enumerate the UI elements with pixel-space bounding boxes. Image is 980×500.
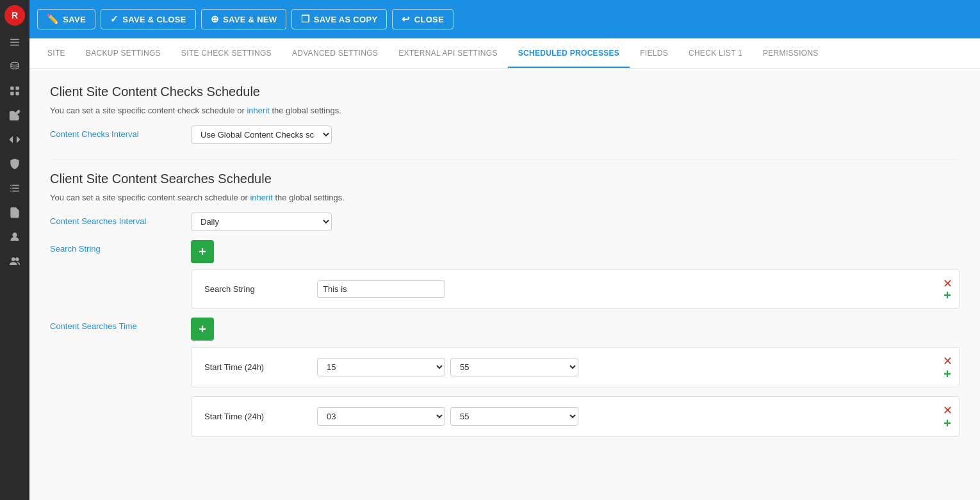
tab-check-list-1[interactable]: CHECK LIST 1 bbox=[678, 40, 753, 68]
searches-inherit-link[interactable]: inherit bbox=[250, 193, 272, 202]
checks-interval-control: Use Global Content Checks scher Daily We… bbox=[191, 125, 960, 144]
app-logo: R bbox=[4, 5, 25, 26]
save-button[interactable]: ✏️ SAVE bbox=[37, 9, 95, 29]
add-search-string-row-button[interactable]: + bbox=[943, 288, 951, 303]
add-time-button[interactable]: + bbox=[191, 318, 214, 341]
checks-interval-label: Content Checks Interval bbox=[50, 125, 178, 139]
searches-time-control: + ✕ Start Time (24h) 00010203 04050607 0… bbox=[191, 318, 960, 437]
time-card-1: ✕ Start Time (24h) 00010203 04050607 080… bbox=[191, 347, 960, 387]
svg-rect-13 bbox=[12, 191, 19, 192]
searches-section-title: Client Site Content Searches Schedule bbox=[50, 172, 960, 186]
time-card-2-row: Start Time (24h) 000102 03 04050607 0809… bbox=[204, 407, 946, 426]
time-card-2: ✕ Start Time (24h) 000102 03 04050607 08… bbox=[191, 396, 960, 437]
sidebar-icon-menu[interactable] bbox=[4, 32, 25, 52]
svg-rect-8 bbox=[10, 185, 12, 186]
tab-scheduled-processes[interactable]: SCHEDULED PROCESSES bbox=[508, 40, 630, 68]
remove-time-2-button[interactable]: ✕ bbox=[943, 403, 952, 417]
start-time-1-label: Start Time (24h) bbox=[204, 362, 307, 372]
svg-point-14 bbox=[13, 233, 17, 237]
add-time-row-2-button[interactable]: + bbox=[943, 416, 951, 431]
svg-rect-12 bbox=[10, 191, 12, 192]
close-button[interactable]: ↩ CLOSE bbox=[392, 9, 453, 29]
search-string-card-row: Search String bbox=[204, 280, 946, 298]
plus-circle-icon: ⊕ bbox=[211, 13, 219, 25]
time-2-minute-select[interactable]: 00051015 20253035 404550 55 bbox=[450, 407, 578, 426]
searches-interval-control: Use Global Content Searches scher Daily … bbox=[191, 213, 960, 231]
svg-rect-11 bbox=[12, 188, 19, 189]
search-string-input[interactable] bbox=[317, 280, 445, 298]
searches-time-label: Content Searches Time bbox=[50, 318, 178, 331]
svg-rect-1 bbox=[10, 42, 19, 43]
sidebar-icon-users[interactable] bbox=[4, 251, 25, 271]
save-copy-button[interactable]: ❐ SAVE AS COPY bbox=[291, 9, 387, 29]
content-area: Client Site Content Checks Schedule You … bbox=[29, 69, 980, 500]
tab-bar: SITE BACKUP SETTINGS SITE CHECK SETTINGS… bbox=[29, 38, 980, 69]
svg-point-15 bbox=[12, 258, 15, 261]
sidebar-icon-list[interactable] bbox=[4, 178, 25, 198]
tab-site-check-settings[interactable]: SITE CHECK SETTINGS bbox=[171, 40, 282, 68]
time-card-1-row: Start Time (24h) 00010203 04050607 08091… bbox=[204, 358, 946, 376]
svg-point-16 bbox=[16, 258, 19, 261]
searches-interval-label: Content Searches Interval bbox=[50, 213, 178, 226]
toolbar: ✏️ SAVE ✓ SAVE & CLOSE ⊕ SAVE & NEW ❐ SA… bbox=[29, 0, 980, 38]
section-divider-1 bbox=[50, 159, 960, 160]
searches-section-desc: You can set a site specific content sear… bbox=[50, 193, 960, 202]
searches-interval-select[interactable]: Use Global Content Searches scher Daily … bbox=[191, 213, 332, 231]
sidebar-icon-shield[interactable] bbox=[4, 154, 25, 174]
svg-point-3 bbox=[11, 62, 19, 65]
check-icon: ✓ bbox=[110, 13, 118, 25]
tab-advanced-settings[interactable]: ADVANCED SETTINGS bbox=[282, 40, 388, 68]
time-2-hour-select[interactable]: 000102 03 04050607 08091011 12131415 161… bbox=[317, 407, 445, 426]
time-1-minute-select[interactable]: 00051015 20253035 404550 55 bbox=[450, 358, 578, 376]
save-new-button[interactable]: ⊕ SAVE & NEW bbox=[201, 9, 287, 29]
time-1-selects: 00010203 04050607 08091011 121314 15 161… bbox=[317, 358, 578, 376]
copy-icon: ❐ bbox=[301, 13, 309, 25]
main-area: ✏️ SAVE ✓ SAVE & CLOSE ⊕ SAVE & NEW ❐ SA… bbox=[29, 0, 980, 500]
svg-rect-2 bbox=[10, 45, 19, 46]
search-string-card-label: Search String bbox=[204, 284, 307, 294]
svg-rect-4 bbox=[10, 86, 13, 90]
sidebar-icon-user[interactable] bbox=[4, 227, 25, 247]
search-string-control: + ✕ Search String + bbox=[191, 240, 960, 309]
add-search-string-button[interactable]: + bbox=[191, 240, 214, 263]
svg-rect-0 bbox=[10, 39, 19, 40]
svg-rect-10 bbox=[10, 188, 12, 189]
add-time-row-1-button[interactable]: + bbox=[943, 367, 951, 382]
svg-rect-5 bbox=[16, 86, 19, 90]
sidebar-icon-grid[interactable] bbox=[4, 81, 25, 101]
svg-rect-9 bbox=[12, 185, 19, 186]
save-icon: ✏️ bbox=[47, 13, 59, 25]
checks-section-desc: You can set a site specific content chec… bbox=[50, 106, 960, 115]
remove-time-1-button[interactable]: ✕ bbox=[943, 354, 952, 368]
tab-external-api-settings[interactable]: EXTERNAL API SETTINGS bbox=[388, 40, 508, 68]
close-icon: ↩ bbox=[402, 13, 410, 25]
sidebar-icon-doc[interactable] bbox=[4, 202, 25, 223]
checks-section-title: Client Site Content Checks Schedule bbox=[50, 85, 960, 99]
sidebar-icon-code[interactable] bbox=[4, 129, 25, 150]
tab-fields[interactable]: FIELDS bbox=[630, 40, 678, 68]
svg-rect-7 bbox=[16, 92, 19, 95]
searches-time-row: Content Searches Time + ✕ Start Time (24… bbox=[50, 318, 960, 437]
search-string-card: ✕ Search String + bbox=[191, 270, 960, 309]
search-string-row: Search String + ✕ Search String + bbox=[50, 240, 960, 309]
sidebar-icon-edit[interactable] bbox=[4, 105, 25, 125]
tab-site[interactable]: SITE bbox=[37, 40, 76, 68]
svg-rect-6 bbox=[10, 92, 13, 95]
sidebar-icon-database[interactable] bbox=[4, 56, 25, 77]
checks-inherit-link[interactable]: inherit bbox=[247, 106, 269, 115]
search-string-label: Search String bbox=[50, 240, 178, 254]
checks-interval-select[interactable]: Use Global Content Checks scher Daily We… bbox=[191, 125, 332, 144]
checks-interval-row: Content Checks Interval Use Global Conte… bbox=[50, 125, 960, 144]
save-close-button[interactable]: ✓ SAVE & CLOSE bbox=[101, 9, 196, 29]
time-1-hour-select[interactable]: 00010203 04050607 08091011 121314 15 161… bbox=[317, 358, 445, 376]
searches-interval-row: Content Searches Interval Use Global Con… bbox=[50, 213, 960, 231]
sidebar: R bbox=[0, 0, 29, 500]
time-2-selects: 000102 03 04050607 08091011 12131415 161… bbox=[317, 407, 578, 426]
tab-backup-settings[interactable]: BACKUP SETTINGS bbox=[76, 40, 171, 68]
start-time-2-label: Start Time (24h) bbox=[204, 412, 307, 421]
tab-permissions[interactable]: PERMISSIONS bbox=[753, 40, 829, 68]
